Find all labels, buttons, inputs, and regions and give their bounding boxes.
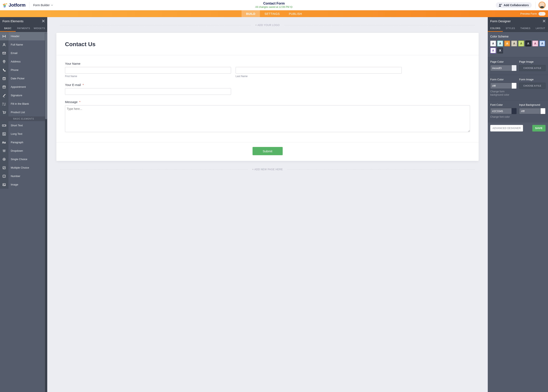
element-item-full-name[interactable]: Full Name — [0, 40, 47, 49]
color-scheme-swatch-2[interactable]: A — [504, 41, 510, 46]
element-item-dropdown[interactable]: Dropdown — [0, 147, 47, 155]
color-scheme-swatch-7[interactable]: A — [539, 41, 545, 46]
header-center: Contact Form All changes saved at 12:06 … — [255, 2, 293, 8]
element-item-short-text[interactable]: Short Text — [0, 121, 47, 130]
element-item-multiple-choice[interactable]: Multiple Choice — [0, 163, 47, 172]
jotform-logo-icon — [2, 3, 7, 8]
element-item-paragraph[interactable]: AaParagraph — [0, 138, 47, 147]
header-right: Add Collaborators — [496, 2, 546, 9]
svg-text:7: 7 — [4, 175, 5, 177]
font-color-field[interactable] — [490, 108, 512, 114]
element-item-appointment[interactable]: Appointment — [0, 83, 47, 91]
last-name-input[interactable] — [236, 67, 402, 74]
full-name-icon — [0, 40, 8, 49]
form-heading[interactable]: Contact Us — [56, 33, 479, 55]
designer-tab-layout[interactable]: LAYOUT — [533, 25, 548, 32]
form-body: Your Name First Name Last Name — [56, 55, 479, 142]
advanced-designer-button[interactable]: ADVANCED DESIGNER — [490, 125, 523, 132]
svg-point-16 — [3, 113, 4, 114]
close-panel-icon[interactable] — [42, 20, 45, 22]
save-button[interactable]: SAVE — [532, 125, 546, 132]
element-item-phone[interactable]: Phone — [0, 66, 47, 74]
designer-body[interactable]: Color Scheme AAAAAAAAAX Page Color Page … — [488, 32, 548, 392]
form-color-field[interactable] — [490, 83, 512, 89]
color-scheme-swatch-3[interactable]: A — [511, 41, 517, 46]
page-color-field[interactable] — [490, 65, 512, 71]
elements-tab-widgets[interactable]: WIDGETS — [32, 25, 47, 32]
form-color-chip[interactable] — [512, 83, 516, 89]
elements-scrollbar-thumb[interactable] — [45, 33, 47, 119]
elements-list[interactable]: HeaderFull NameEmailAddressPhone10Date P… — [0, 32, 47, 392]
short-text-icon — [0, 121, 8, 130]
form-canvas[interactable]: + ADD YOUR LOGO Contact Us Your Name Fir… — [47, 17, 488, 392]
last-name-sublabel: Last Name — [236, 75, 402, 78]
element-item-image[interactable]: Image — [0, 180, 47, 189]
input-bg-input[interactable] — [519, 108, 546, 114]
color-scheme-section: Color Scheme AAAAAAAAAX — [488, 32, 548, 57]
elements-tab-payments[interactable]: PAYMENTS — [16, 25, 31, 32]
color-scheme-swatch-1[interactable]: A — [497, 41, 503, 46]
brand-logo[interactable]: Jotform — [2, 2, 29, 8]
svg-rect-0 — [3, 3, 6, 5]
add-page-button[interactable]: + ADD NEW PAGE HERE — [251, 168, 283, 171]
form-image-choose-button[interactable]: CHOOSE A FILE — [519, 83, 546, 89]
email-input[interactable] — [65, 88, 231, 95]
element-item-number[interactable]: 7Number — [0, 172, 47, 180]
field-your-name[interactable]: Your Name First Name Last Name — [65, 62, 470, 78]
user-avatar[interactable] — [539, 2, 546, 9]
form-designer-header: Form Designer — [488, 17, 548, 25]
element-item-signature[interactable]: Signature — [0, 91, 47, 99]
form-card[interactable]: Contact Us Your Name First Name Last Nam… — [56, 33, 479, 161]
page-image-label: Page Image — [519, 60, 546, 63]
element-item-label: Address — [11, 60, 21, 63]
element-item-long-text[interactable]: Long Text — [0, 130, 47, 138]
font-color-input[interactable] — [490, 108, 517, 114]
input-bg-field[interactable] — [519, 108, 540, 114]
field-your-email[interactable]: Your E-mail * — [65, 83, 470, 95]
elements-scrollbar[interactable] — [45, 33, 47, 392]
history-icon[interactable] — [290, 6, 293, 8]
color-scheme-swatch-9[interactable]: X — [497, 48, 503, 53]
close-designer-icon[interactable] — [543, 20, 546, 22]
tab-build[interactable]: BUILD — [242, 10, 260, 17]
submit-button[interactable]: Submit — [252, 147, 283, 155]
element-item-email[interactable]: Email — [0, 49, 47, 57]
add-collaborators-button[interactable]: Add Collaborators — [496, 2, 532, 8]
designer-tab-themes[interactable]: THEMES — [518, 25, 533, 32]
color-scheme-swatch-0[interactable]: A — [490, 41, 496, 46]
element-item-header[interactable]: Header — [0, 32, 47, 40]
font-color-chip[interactable] — [512, 108, 516, 114]
header-icon — [0, 32, 8, 40]
element-item-fill-blank[interactable]: AbghFill in the Blank — [0, 99, 47, 108]
field-message[interactable]: Message * — [65, 100, 470, 133]
form-builder-selector[interactable]: Form Builder — [33, 4, 53, 7]
preview-toggle[interactable] — [539, 12, 546, 16]
name-row: First Name Last Name — [65, 67, 470, 78]
message-textarea[interactable] — [65, 105, 470, 132]
element-item-date-picker[interactable]: 10Date Picker — [0, 74, 47, 83]
form-color-hint: Change form background color — [490, 90, 517, 97]
add-logo-button[interactable]: + ADD YOUR LOGO — [254, 24, 280, 27]
appointment-icon — [0, 83, 8, 91]
input-bg-chip[interactable] — [540, 108, 545, 114]
form-color-input[interactable] — [490, 83, 517, 89]
first-name-input[interactable] — [65, 67, 231, 74]
color-scheme-swatch-5[interactable]: A — [525, 41, 531, 46]
color-scheme-swatch-8[interactable]: A — [490, 48, 496, 53]
element-item-single-choice[interactable]: Single Choice — [0, 155, 47, 163]
element-item-product-list[interactable]: Product List — [0, 108, 47, 116]
form-title-header[interactable]: Contact Form — [255, 2, 293, 5]
page-color-chip[interactable] — [512, 65, 516, 71]
designer-tab-styles[interactable]: STYLES — [503, 25, 518, 32]
element-item-label: Product List — [11, 111, 25, 114]
tab-publish[interactable]: PUBLISH — [284, 10, 306, 17]
your-name-label: Your Name — [65, 62, 470, 65]
page-image-choose-button[interactable]: CHOOSE A FILE — [519, 65, 546, 71]
designer-tab-colors[interactable]: COLORS — [488, 25, 503, 32]
page-color-input[interactable] — [490, 65, 517, 71]
tab-settings[interactable]: SETTINGS — [260, 10, 284, 17]
color-scheme-swatch-6[interactable]: A — [532, 41, 538, 46]
color-scheme-swatch-4[interactable]: A — [518, 41, 524, 46]
element-item-address[interactable]: Address — [0, 57, 47, 66]
elements-tab-basic[interactable]: BASIC — [0, 25, 16, 32]
